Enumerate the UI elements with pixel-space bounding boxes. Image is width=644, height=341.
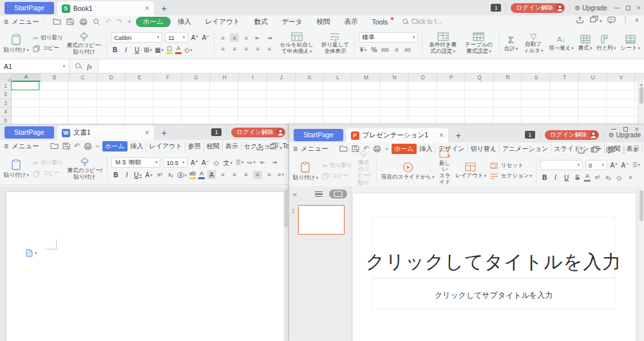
slide-view-toggle[interactable] (329, 190, 347, 199)
locate-icon[interactable] (75, 63, 82, 70)
subscript-icon[interactable]: X₂ (166, 170, 175, 179)
borders-button[interactable]: ⊞▾ (144, 45, 152, 54)
play-from-current-button[interactable]: 現在のスライドから▾ (379, 156, 436, 186)
scroll-up-icon[interactable]: ▲ (639, 83, 643, 86)
align-top-icon[interactable]: ≡ (218, 34, 227, 42)
eraser-button[interactable]: ◇▾ (184, 45, 193, 54)
bold-button[interactable]: B (111, 170, 120, 179)
strikethrough-button[interactable]: S (573, 173, 582, 182)
ss-paste-button[interactable]: 貼り付け▾ (2, 29, 31, 57)
align-center-icon[interactable]: ≡ (230, 44, 239, 53)
maximize-icon[interactable] (626, 6, 630, 10)
more-options-icon[interactable]: ⋮ (620, 146, 627, 154)
insert-function-icon[interactable]: fx (87, 63, 92, 70)
row-header[interactable]: 2 (0, 90, 11, 99)
pp-format-painter-button[interactable]: 書式のコピー/貼り付け (354, 156, 374, 186)
pp-menu-item[interactable]: 挿入 (417, 144, 435, 154)
char-shading-icon[interactable]: A (207, 170, 216, 179)
line-spacing-icon[interactable]: ≡▾ (276, 171, 285, 179)
close-icon[interactable]: × (637, 5, 641, 12)
selected-cell-a1[interactable] (11, 81, 39, 90)
sheet-button[interactable]: シート▾ (619, 29, 642, 57)
page-widget[interactable]: ▾ (26, 249, 37, 257)
align-right-icon[interactable]: ≡ (242, 44, 251, 53)
column-header[interactable]: H (211, 73, 239, 82)
conditional-format-button[interactable]: 条件付き書式の設定▾ (425, 29, 460, 57)
pp-font-size-select[interactable]: 0▾ (585, 160, 607, 170)
column-header[interactable]: U (579, 73, 607, 82)
pp-startpage-tab[interactable]: StartPage (294, 129, 343, 141)
increase-font-icon[interactable]: A⁺ (190, 158, 198, 167)
italic-button[interactable]: I (122, 45, 130, 54)
pp-scroll-thumb[interactable] (639, 190, 643, 221)
wr-menu-item[interactable]: 表示 (223, 141, 242, 151)
font-color-button[interactable]: A (198, 171, 205, 179)
percent-style-icon[interactable]: % (370, 45, 378, 54)
wr-cut-button[interactable]: ✂切り取り (33, 159, 63, 167)
column-header[interactable]: N (381, 73, 409, 82)
ss-menu-item[interactable]: 表示 (337, 17, 365, 27)
pp-vertical-scrollbar[interactable] (638, 186, 644, 341)
undo-icon[interactable]: ↶ (74, 142, 80, 150)
align-center-icon[interactable]: ≡ (230, 171, 239, 179)
pp-paste-button[interactable]: 貼り付け▾ (291, 156, 320, 186)
pp-task-badge[interactable]: 1 (525, 131, 535, 139)
switch-window-icon[interactable]: ▾ (590, 15, 602, 24)
italic-button[interactable]: I (122, 170, 131, 179)
print-icon[interactable] (84, 142, 92, 150)
name-box[interactable]: A1 ▾ (0, 59, 70, 73)
wr-menu-item[interactable]: 挿入 (128, 141, 146, 151)
align-middle-icon[interactable]: ≡ (230, 34, 239, 42)
wr-logout-button[interactable]: ログイン解除 (231, 128, 285, 137)
increase-font-icon[interactable]: A⁺ (610, 161, 618, 170)
row-header[interactable]: 4 (0, 108, 11, 116)
column-header[interactable]: S (522, 73, 551, 82)
ss-menu-item[interactable]: 挿入 (171, 17, 198, 27)
minimize-icon[interactable] (611, 129, 616, 130)
eraser-button[interactable]: ◇ (615, 173, 623, 182)
switch-window-icon[interactable]: ▾ (270, 142, 282, 151)
clear-format-icon[interactable]: ◇ (212, 158, 220, 167)
collapse-ribbon-icon[interactable]: ∧ (633, 147, 638, 153)
wr-menu-item[interactable]: ホーム (102, 141, 128, 151)
ss-font-name-select[interactable]: Calibri▾ (111, 32, 162, 43)
strike-button[interactable]: A▾ (144, 170, 153, 179)
cells-area[interactable] (12, 82, 638, 125)
wr-paste-button[interactable]: 貼り付け▾ (2, 153, 31, 183)
increase-indent-icon[interactable]: ⇥ (265, 34, 274, 42)
pp-copy-button[interactable]: コピー (322, 172, 352, 180)
pp-tab-close-icon[interactable]: × (439, 131, 444, 140)
justify-icon[interactable]: ≡ (253, 171, 262, 179)
undo-icon[interactable]: ↶ (106, 17, 111, 26)
wr-new-tab-button[interactable]: + (162, 128, 167, 138)
wr-font-size-select[interactable]: 10.5▾ (163, 157, 187, 168)
currency-style-icon[interactable]: ¥▾ (359, 45, 367, 54)
page-widget-dropdown-icon[interactable]: ▾ (35, 251, 37, 256)
save-icon[interactable] (66, 18, 74, 25)
more-tools-chevrons-icon[interactable]: » (385, 146, 388, 152)
column-header[interactable]: E (126, 73, 154, 82)
italic-button[interactable]: I (551, 173, 560, 182)
comma-style-icon[interactable]: 000 (381, 45, 389, 54)
pp-new-tab-button[interactable]: + (456, 130, 461, 141)
phonetic-guide-icon[interactable]: 文▾ (223, 158, 232, 167)
pp-menu-button[interactable]: メニュー (301, 144, 328, 153)
ss-copy-button[interactable]: コピー (33, 44, 63, 52)
ss-new-tab-button[interactable]: + (162, 3, 167, 14)
ss-menu-item[interactable]: ホーム (136, 17, 171, 27)
column-header[interactable]: P (437, 73, 466, 82)
format-button[interactable]: 書式▾ (576, 29, 594, 57)
decrease-font-icon[interactable]: A⁻ (202, 33, 210, 42)
minimize-icon[interactable] (614, 8, 620, 8)
wr-startpage-tab[interactable]: StartPage (5, 126, 54, 139)
sort-button[interactable]: A↓ 並べ替え▾ (547, 29, 576, 57)
column-header[interactable]: C (69, 73, 97, 82)
slide-canvas[interactable]: クリックしてタイトルを入力 クリックしてサブタイトルを入力 (353, 193, 636, 341)
slide-layout-button[interactable]: レイアウト▾ (453, 156, 488, 186)
pp-document-tab[interactable]: P プレゼンテーション1 × (346, 128, 448, 142)
column-header[interactable]: J (267, 73, 296, 82)
table-style-button[interactable]: テーブルの書式設定▾ (461, 29, 497, 57)
hamburger-menu-icon[interactable]: ≡ (4, 17, 8, 26)
column-header[interactable]: I (239, 73, 267, 82)
align-left-icon[interactable]: ≡ (218, 44, 227, 53)
